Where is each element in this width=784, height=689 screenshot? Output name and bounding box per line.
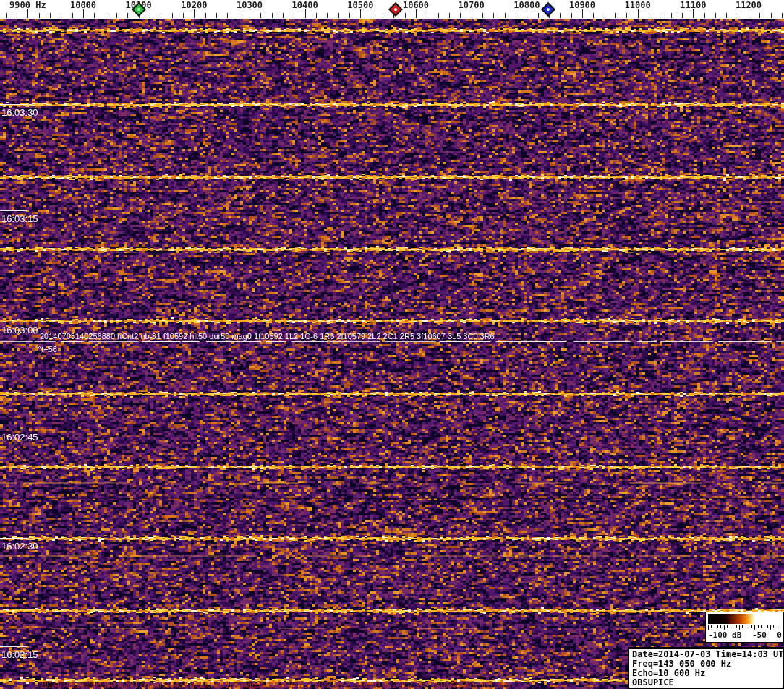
legend-label-min: -100 dB — [708, 630, 741, 640]
freq-tick-label: 10400 — [292, 0, 318, 10]
freq-tick-label: 10300 — [237, 0, 263, 10]
color-scale-legend: -100 dB -50 0 — [705, 612, 784, 643]
marker-center-dot — [137, 7, 141, 12]
freq-tick-label: 10700 — [459, 0, 485, 10]
freq-tick-label: 11000 — [625, 0, 651, 10]
info-line-station: OBSUPICE — [632, 678, 783, 688]
freq-tick-label: 10200 — [181, 0, 207, 10]
freq-tick-label: 11100 — [680, 0, 706, 10]
waterfall-canvas[interactable] — [0, 19, 784, 689]
legend-label-max: 0 — [777, 630, 782, 640]
legend-labels: -100 dB -50 0 — [708, 630, 782, 640]
frequency-scale[interactable]: 9900 Hz100001010010200103001040010500106… — [0, 0, 784, 19]
color-gradient-bar — [708, 614, 781, 624]
speclab-window: 9900 Hz100001010010200103001040010500106… — [0, 0, 784, 689]
legend-ruler-ticks — [707, 625, 783, 630]
freq-tick-label: 10600 — [403, 0, 429, 10]
info-panel: Date=2014-07-03 Time=14:03 UTC Freq=143 … — [628, 647, 784, 689]
freq-tick-label: 10000 — [70, 0, 96, 10]
marker-center-dot — [546, 7, 550, 12]
freq-tick-label: 10900 — [569, 0, 595, 10]
marker-center-dot — [393, 7, 398, 12]
freq-tick-label: 10800 — [514, 0, 540, 10]
freq-tick-label: 10500 — [347, 0, 373, 10]
freq-tick-label: 9900 Hz — [9, 0, 46, 10]
freq-tick-label: 11200 — [736, 0, 762, 10]
legend-label-mid: -50 — [752, 630, 767, 640]
